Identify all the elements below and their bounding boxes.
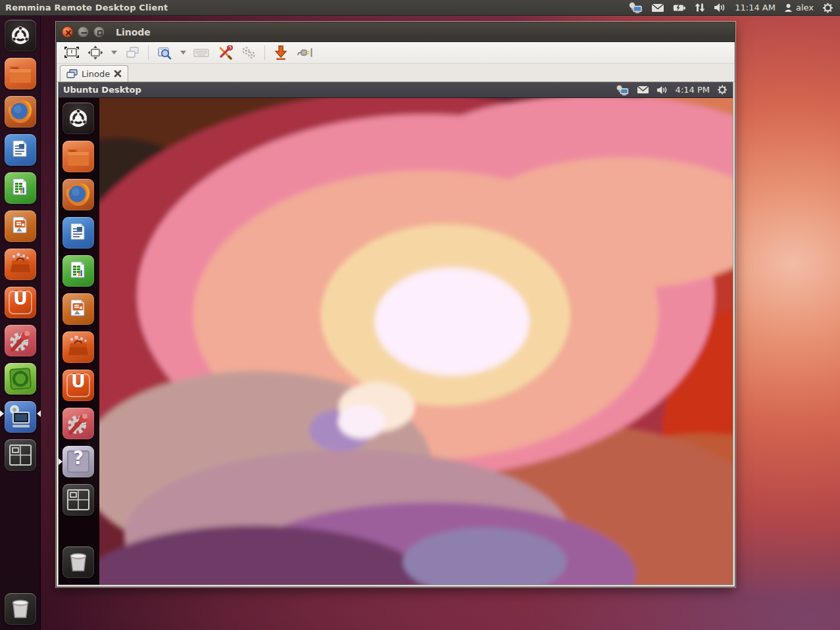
remote-launcher-item-unknown-app[interactable]: ? [62, 446, 94, 477]
toolbar-separator [148, 45, 149, 60]
minimize-button[interactable] [78, 26, 89, 37]
remote-launcher-item-home-folder[interactable] [62, 141, 94, 172]
save-screenshot-button[interactable] [271, 44, 291, 61]
fullscreen-button[interactable] [62, 44, 82, 61]
remote-tray: 4:14 PM [616, 85, 733, 95]
remmina-toolbar [57, 42, 735, 64]
remote-unity-launcher: U ? [59, 98, 99, 585]
launcher-item-workspace-switcher[interactable] [5, 439, 36, 471]
remote-launcher-item-libreoffice-impress[interactable] [62, 293, 94, 325]
ubuntu-one-letter: U [5, 288, 36, 308]
tab-close-icon[interactable] [114, 70, 122, 78]
remote-ubuntu-one-letter: U [62, 371, 94, 391]
toolbar-separator [264, 45, 265, 60]
launcher-item-libreoffice-impress[interactable] [5, 210, 36, 242]
fit-window-button[interactable] [86, 44, 105, 61]
remote-launcher-item-system-settings[interactable] [62, 408, 94, 439]
remote-launcher-item-workspace-switcher[interactable] [62, 484, 94, 516]
battery-indicator-icon[interactable] [673, 4, 686, 12]
user-menu[interactable]: alex [784, 3, 814, 12]
remote-desktop-indicator-icon[interactable] [628, 2, 643, 13]
maximize-button[interactable] [93, 26, 105, 37]
window-titlebar[interactable]: Linode [57, 22, 735, 42]
username: alex [796, 3, 814, 12]
host-tray: 11:14 AM alex [628, 2, 840, 13]
user-icon [784, 3, 793, 12]
launcher-item-software-updater[interactable] [5, 363, 36, 395]
host-clock[interactable]: 11:14 AM [735, 3, 776, 12]
remote-launcher-item-libreoffice-calc[interactable] [62, 255, 94, 287]
remote-rd-indicator-icon[interactable] [616, 85, 630, 95]
unknown-app-glyph: ? [62, 447, 94, 469]
scaled-mode-menu-caret[interactable] [178, 44, 187, 61]
fit-window-menu-caret[interactable] [109, 44, 118, 61]
remote-session-gear-icon[interactable] [717, 85, 728, 95]
remote-launcher-item-libreoffice-writer[interactable] [62, 217, 94, 249]
disconnect-button[interactable] [295, 44, 314, 61]
session-gear-icon[interactable] [822, 3, 833, 13]
launcher-item-ubuntu-software-center[interactable] [5, 249, 36, 280]
host-top-panel: Remmina Remote Desktop Client 11:14 AM a… [0, 0, 840, 16]
remote-top-panel: Ubuntu Desktop 4:14 PM [59, 82, 733, 98]
launcher-item-firefox[interactable] [5, 96, 36, 128]
unity-launcher: U [0, 16, 41, 630]
tab-label: Linode [82, 69, 110, 79]
launcher-item-libreoffice-writer[interactable] [5, 134, 36, 166]
remote-wallpaper [59, 98, 733, 585]
scaled-mode-button[interactable] [155, 44, 174, 61]
volume-indicator-icon[interactable] [714, 3, 726, 12]
remote-clock[interactable]: 4:14 PM [676, 85, 710, 95]
launcher-item-system-settings[interactable] [5, 325, 36, 356]
remote-desktop-viewer[interactable]: Ubuntu Desktop 4:14 PM [59, 82, 733, 585]
remote-volume-icon[interactable] [656, 85, 668, 95]
remote-focused-arrow [59, 458, 62, 465]
tools-button[interactable] [215, 44, 235, 61]
close-button[interactable] [62, 26, 73, 37]
remote-launcher-item-ubuntu-one[interactable]: U [62, 370, 94, 401]
grab-keyboard-button[interactable] [191, 44, 211, 61]
remote-launcher-item-ubuntu-dash[interactable] [62, 103, 94, 134]
desktop: Remmina Remote Desktop Client 11:14 AM a… [0, 0, 840, 630]
tab-linode[interactable]: Linode [60, 65, 128, 82]
remote-launcher-item-firefox[interactable] [62, 179, 94, 210]
tab-connection-icon [66, 69, 78, 78]
network-arrows-icon[interactable] [695, 3, 705, 12]
launcher-item-trash[interactable] [5, 593, 36, 625]
mail-indicator-icon[interactable] [651, 3, 664, 12]
launcher-item-ubuntu-one[interactable]: U [5, 287, 36, 318]
remmina-running-arrow [0, 410, 4, 417]
window-title: Linode [116, 27, 151, 37]
remote-panel-title: Ubuntu Desktop [63, 85, 141, 95]
tab-strip: Linode [57, 64, 735, 82]
remote-mail-icon[interactable] [637, 85, 649, 94]
remmina-focused-arrow [37, 410, 41, 417]
launcher-item-remmina[interactable] [5, 401, 36, 433]
preferences-button[interactable] [239, 44, 259, 61]
remmina-window: Linode [56, 22, 735, 587]
launcher-item-ubuntu-dash[interactable] [5, 20, 36, 51]
remote-launcher-item-trash[interactable] [62, 546, 94, 578]
launcher-item-libreoffice-calc[interactable] [5, 172, 36, 204]
duplicate-connection-button[interactable] [122, 44, 142, 61]
active-app-title: Remmina Remote Desktop Client [5, 3, 168, 12]
remote-launcher-item-ubuntu-software-center[interactable] [62, 331, 94, 363]
launcher-item-home-folder[interactable] [5, 58, 36, 89]
